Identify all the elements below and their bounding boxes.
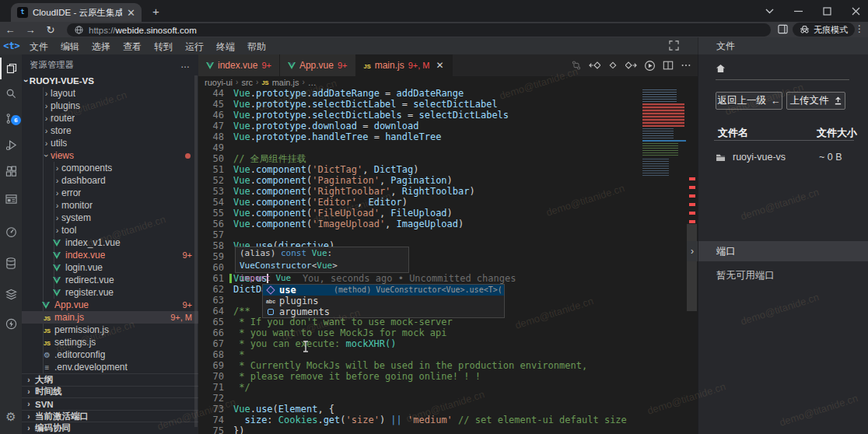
breadcrumb-item[interactable]: src [241, 78, 253, 87]
tree-item-components[interactable]: ›components [22, 162, 198, 174]
code-line-73[interactable]: 73Vue.use(Element, { [198, 404, 640, 415]
section-大纲[interactable]: ›大纲 [22, 373, 198, 386]
menu-文件[interactable]: 文件 [23, 41, 54, 52]
tree-item-permission.js[interactable]: JSpermission.js [22, 324, 198, 336]
editor-scrollbar[interactable] [687, 224, 697, 311]
code-line-65[interactable]: 65 * If you don't want to use mock-serve… [198, 317, 640, 327]
code-line-47[interactable]: 47Vue.prototype.download = download [198, 121, 640, 131]
tree-item-.editorconfig[interactable]: ⚙.editorconfig [22, 348, 198, 361]
section-编码协同[interactable]: ›编码协同 [22, 422, 198, 434]
gauge-icon[interactable] [0, 221, 22, 243]
source-control-icon[interactable]: 6 [0, 107, 22, 129]
tree-item-.env.development[interactable]: ≡.env.development [22, 361, 198, 373]
code-line-49[interactable]: 49 [198, 142, 640, 153]
menu-编辑[interactable]: 编辑 [54, 41, 86, 52]
split-editor-icon[interactable] [663, 60, 674, 71]
explorer-scrollbar[interactable] [194, 75, 198, 427]
tree-item-tool[interactable]: ›tool [22, 224, 198, 236]
tree-item-login.vue[interactable]: login.vue [22, 261, 198, 274]
next-change-icon[interactable] [625, 60, 637, 71]
code-line-46[interactable]: 46Vue.prototype.selectDictLabels = selec… [198, 110, 640, 121]
tree-item-index.vue[interactable]: index.vue9+ [22, 249, 198, 261]
code-line-71[interactable]: 71 */ [198, 382, 640, 393]
suggestion-arguments[interactable]: arguments [263, 306, 504, 317]
tree-item-system[interactable]: ›system [22, 212, 198, 224]
prev-change-icon[interactable] [589, 60, 600, 71]
window-maximize-icon[interactable] [823, 7, 831, 16]
layers-icon[interactable] [0, 283, 22, 305]
code-line-51[interactable]: 51Vue.component('DictTag', DictTag) [198, 164, 640, 175]
code-line-68[interactable]: 68 * [198, 349, 640, 360]
menu-查看[interactable]: 查看 [117, 41, 148, 52]
code-line-44[interactable]: 44Vue.prototype.addDateRange = addDateRa… [198, 88, 640, 99]
code-line-72[interactable]: 72 [198, 393, 640, 404]
tree-item-utils[interactable]: ›utils [22, 137, 198, 149]
code-line-75[interactable]: 75}) [198, 425, 640, 434]
settings-gear-icon[interactable]: ⚙ [0, 406, 22, 428]
code-line-52[interactable]: 52Vue.component('Pagination', Pagination… [198, 175, 640, 186]
window-minimize-icon[interactable] [794, 7, 803, 16]
power-icon[interactable] [0, 313, 22, 334]
code-line-69[interactable]: 69 * Currently MockJs will be used in th… [198, 360, 640, 371]
code-line-70[interactable]: 70 * please remove it before going onlin… [198, 371, 640, 382]
reload-icon[interactable]: ↻ [40, 24, 61, 36]
menu-运行[interactable]: 运行 [179, 41, 210, 52]
upload-file-button[interactable]: 上传文件 [786, 92, 845, 110]
tree-item-router[interactable]: ›router [22, 112, 198, 124]
explorer-more-icon[interactable]: … [180, 59, 191, 70]
tab-App.vue[interactable]: App.vue9+ [280, 54, 356, 76]
tree-item-layout[interactable]: ›layout [22, 87, 198, 100]
tab-close-icon[interactable]: ✕ [127, 8, 135, 18]
code-line-48[interactable]: 48Vue.prototype.handleTree = handleTree [198, 131, 640, 142]
breadcrumb-item[interactable]: main.js [272, 78, 299, 87]
forward-icon[interactable]: → [20, 24, 40, 36]
breadcrumb[interactable]: ruoyi-ui›src›JSmain.js›… [198, 76, 698, 88]
tree-item-monitor[interactable]: ›monitor [22, 199, 198, 212]
breadcrumb-item[interactable]: ruoyi-ui [205, 78, 233, 87]
code-line-66[interactable]: 66 * you want to use MockJs for mock api [198, 327, 640, 338]
tree-root[interactable]: › RUOYI-VUE-VS [22, 75, 198, 87]
compare-icon[interactable] [571, 60, 582, 71]
browser-menu-icon[interactable]: ⋮ [855, 23, 864, 34]
fullscreen-icon[interactable] [669, 40, 679, 51]
code-line-45[interactable]: 45Vue.prototype.selectDictLabel = select… [198, 99, 640, 110]
database-icon[interactable] [0, 252, 22, 274]
panel-expand-icon[interactable]: › [687, 241, 698, 261]
tree-item-settings.js[interactable]: JSsettings.js [22, 336, 198, 348]
new-tab-button[interactable]: + [152, 5, 159, 18]
breadcrumb-item[interactable]: … [308, 78, 317, 87]
code-line-74[interactable]: 74 size: Cookies.get('size') || 'medium'… [198, 415, 640, 425]
files-icon[interactable] [0, 58, 22, 79]
search-icon[interactable] [0, 82, 22, 104]
menu-帮助[interactable]: 帮助 [241, 41, 272, 52]
tree-item-main.js[interactable]: JSmain.js9+, M [22, 311, 198, 324]
home-icon[interactable] [716, 64, 726, 73]
tree-item-store[interactable]: ›store [22, 124, 198, 137]
section-时间线[interactable]: ›时间线 [22, 386, 198, 398]
back-icon[interactable]: ← [0, 24, 20, 36]
run-debug-icon[interactable] [0, 134, 22, 156]
section-SVN[interactable]: ›SVN [22, 397, 198, 410]
menu-终端[interactable]: 终端 [210, 41, 241, 52]
extensions-icon[interactable] [0, 160, 22, 182]
menu-选择[interactable]: 选择 [86, 41, 117, 52]
tree-item-index_v1.vue[interactable]: index_v1.vue [22, 236, 198, 249]
menu-转到[interactable]: 转到 [148, 41, 179, 52]
suggestion-use[interactable]: use(method) VueConstructor<Vue>.use<T>(p… [263, 285, 504, 296]
code-line-56[interactable]: 56Vue.component('ImageUpload', ImageUplo… [198, 219, 640, 229]
more-icon[interactable] [681, 60, 691, 71]
tree-item-plugins[interactable]: ›plugins [22, 100, 198, 112]
tab-main.js[interactable]: JSmain.js9+, M✕ [356, 54, 453, 76]
code-line-55[interactable]: 55Vue.component('FileUpload', FileUpload… [198, 208, 640, 219]
suggestion-plugins[interactable]: abcplugins [263, 296, 504, 306]
preview-icon[interactable] [0, 188, 22, 210]
minimap[interactable] [640, 88, 687, 434]
close-icon[interactable]: ✕ [436, 60, 444, 71]
ports-header[interactable]: 端口 [698, 241, 868, 261]
code-line-67[interactable]: 67 * you can execute: mockXHR() [198, 338, 640, 349]
tree-item-App.vue[interactable]: App.vue9+ [22, 299, 198, 311]
back-parent-button[interactable]: 返回上一级 ← [716, 92, 782, 110]
tab-index.vue[interactable]: index.vue9+ [198, 54, 280, 76]
address-bar[interactable]: https://webide.sinosoft.com [67, 23, 771, 37]
tree-item-register.vue[interactable]: register.vue [22, 286, 198, 299]
